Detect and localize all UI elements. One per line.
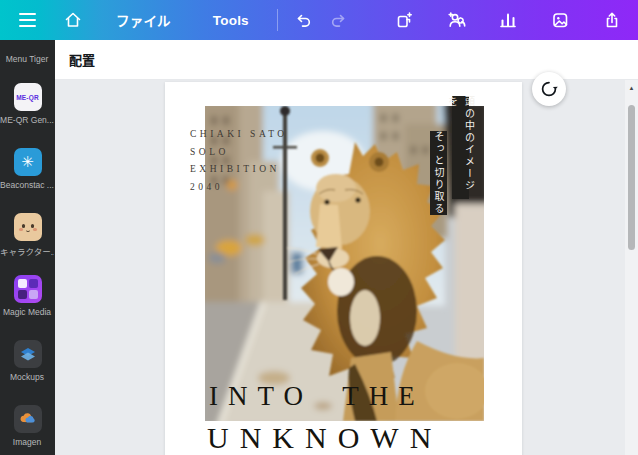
- poster-vertical-text-right[interactable]: 頭の中のイメージを: [452, 96, 469, 199]
- bar-chart-icon: [498, 10, 518, 30]
- arrange-button[interactable]: 配置: [69, 50, 95, 69]
- credit-line: SOLO: [190, 144, 288, 162]
- hamburger-menu-button[interactable]: [10, 4, 44, 36]
- rotate-icon: [539, 79, 559, 99]
- add-people-icon: [446, 10, 467, 30]
- sidebar-item-label: Menu Tiger: [0, 54, 54, 64]
- sidebar-item-beaconstac[interactable]: ✳ Beaconstac ...: [0, 148, 55, 190]
- magic-resize-icon: [394, 10, 414, 30]
- character-app-icon: [14, 213, 42, 241]
- sidebar-item-label: Imagen: [0, 437, 54, 447]
- invite-members-button[interactable]: [442, 4, 470, 36]
- redo-icon: [329, 10, 349, 30]
- insights-button[interactable]: [494, 4, 522, 36]
- poster-title-line1[interactable]: INTO THE: [209, 383, 425, 410]
- credit-line: CHIAKI SATO: [190, 126, 288, 144]
- sidebar-item-me-qr[interactable]: ME-QR ME-QR Gen...: [0, 83, 55, 125]
- undo-button[interactable]: [288, 4, 318, 36]
- sidebar-item-label: キャラクター...: [0, 245, 54, 257]
- toolbar-divider: [277, 9, 278, 31]
- sidebar-item-label: Mockups: [0, 372, 54, 382]
- apps-sidebar: Menu Tiger ME-QR ME-QR Gen... ✳ Beaconst…: [0, 40, 55, 455]
- credit-line: EXHIBITION: [190, 161, 288, 179]
- topbar: ファイル Tools: [0, 0, 638, 40]
- magic-resize-button[interactable]: [390, 4, 418, 36]
- tools-menu-button[interactable]: Tools: [203, 4, 259, 36]
- rotate-button[interactable]: [532, 72, 566, 106]
- share-button[interactable]: [598, 4, 626, 36]
- sidebar-item-magic-media[interactable]: Magic Media: [0, 275, 55, 317]
- design-page[interactable]: CHIAKI SATO SOLO EXHIBITION 2040 頭の中のイメー…: [165, 82, 522, 455]
- share-upload-icon: [602, 10, 622, 30]
- me-qr-app-icon: ME-QR: [14, 83, 42, 111]
- mockups-app-icon: [14, 340, 42, 368]
- redo-button[interactable]: [324, 4, 354, 36]
- canvas-workspace[interactable]: CHIAKI SATO SOLO EXHIBITION 2040 頭の中のイメー…: [55, 80, 625, 455]
- poster-credit-text[interactable]: CHIAKI SATO SOLO EXHIBITION 2040: [190, 126, 288, 196]
- home-icon: [63, 10, 83, 30]
- poster-title-line2[interactable]: UNKNOWN: [207, 423, 442, 453]
- undo-icon: [293, 10, 313, 30]
- sidebar-item-mockups[interactable]: Mockups: [0, 340, 55, 382]
- sidebar-item-menu-tiger[interactable]: Menu Tiger: [0, 50, 55, 64]
- poster-vertical-text-left[interactable]: そっと切り取る: [430, 131, 447, 215]
- vertical-scrollbar[interactable]: ▲: [625, 80, 638, 455]
- design-editor-window: ファイル Tools: [0, 0, 638, 455]
- topbar-right-actions: [390, 4, 626, 36]
- beaconstac-app-icon: ✳: [14, 148, 42, 176]
- sidebar-item-label: Magic Media: [0, 307, 54, 317]
- sidebar-item-label: Beaconstac ...: [0, 180, 54, 190]
- magic-media-app-icon: [14, 275, 42, 303]
- image-icon: [550, 10, 570, 30]
- credit-line: 2040: [190, 179, 288, 197]
- scrollbar-thumb[interactable]: [628, 105, 635, 250]
- media-button[interactable]: [546, 4, 574, 36]
- file-menu-button[interactable]: ファイル: [106, 4, 181, 36]
- imagen-app-icon: [14, 405, 42, 433]
- sidebar-item-imagen[interactable]: Imagen: [0, 405, 55, 447]
- home-button[interactable]: [56, 4, 90, 36]
- sidebar-item-character[interactable]: キャラクター...: [0, 213, 55, 257]
- scroll-up-arrow[interactable]: ▲: [625, 85, 638, 91]
- sidebar-item-label: ME-QR Gen...: [0, 115, 54, 125]
